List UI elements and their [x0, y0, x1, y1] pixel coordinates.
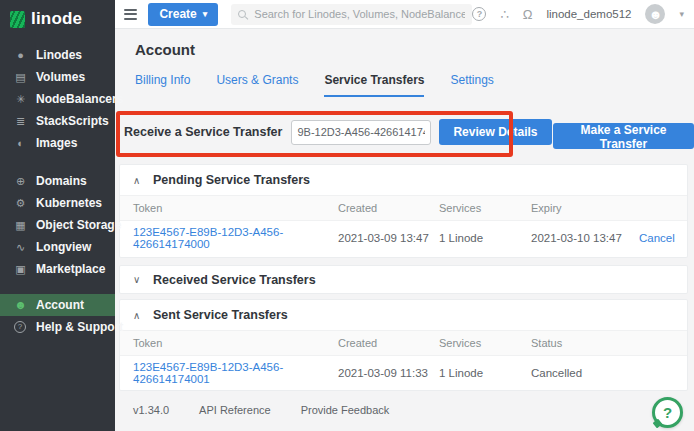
sidebar-item-label: StackScripts: [36, 114, 109, 128]
cancel-transfer-link[interactable]: Cancel: [639, 232, 675, 244]
received-transfers-title: Received Service Transfers: [153, 273, 316, 287]
sidebar-item-volumes[interactable]: ▤ Volumes: [0, 66, 115, 88]
footer: v1.34.0 API Reference Provide Feedback: [133, 404, 389, 416]
sidebar-item-linodes[interactable]: ● Linodes: [0, 44, 115, 66]
sidebar-item-help-support[interactable]: ? Help & Support: [0, 316, 115, 338]
community-icon[interactable]: ∴: [500, 8, 508, 21]
receive-transfer-row: Receive a Service Transfer Review Detail…: [124, 119, 575, 145]
column-header-created: Created: [338, 202, 439, 214]
sent-transfers-header[interactable]: ∧ Sent Service Transfers: [120, 300, 687, 330]
search-bar[interactable]: [231, 4, 472, 25]
sidebar-item-stackscripts[interactable]: ≣ StackScripts: [0, 110, 115, 132]
pending-transfers-header[interactable]: ∧ Pending Service Transfers: [120, 165, 687, 195]
search-input[interactable]: [254, 8, 465, 20]
avatar-person-icon: ☻: [649, 7, 663, 22]
user-menu-chevron-icon[interactable]: ▾: [679, 9, 684, 19]
tab-settings[interactable]: Settings: [450, 73, 493, 97]
received-transfers-header[interactable]: ∨ Received Service Transfers: [120, 266, 687, 293]
api-reference-link[interactable]: API Reference: [199, 404, 271, 416]
chat-question-icon: ?: [663, 404, 672, 421]
sidebar: linode ● Linodes ▤ Volumes ✳ NodeBalance…: [0, 0, 115, 431]
sent-services-cell: 1 Linode: [439, 367, 531, 379]
column-header-created: Created: [338, 337, 439, 349]
help-icon[interactable]: ?: [472, 7, 486, 21]
search-icon: [238, 10, 247, 19]
create-button[interactable]: Create ▾: [148, 3, 218, 26]
received-transfers-panel: ∨ Received Service Transfers: [120, 266, 687, 293]
sidebar-item-kubernetes[interactable]: ⚙ Kubernetes: [0, 192, 115, 214]
sent-table-row: 123E4567-E89B-12D3-A456-426614174001 202…: [120, 356, 687, 390]
user-avatar[interactable]: ☻: [645, 4, 665, 24]
pending-expiry-cell: 2021-03-10 13:47: [531, 232, 639, 244]
page-title: Account: [135, 41, 195, 58]
account-person-icon: ☻: [13, 298, 28, 312]
column-header-services: Services: [439, 337, 531, 349]
notifications-bell-icon[interactable]: Ω: [523, 8, 533, 21]
pending-services-cell: 1 Linode: [439, 232, 531, 244]
longview-icon: ∿: [13, 241, 28, 254]
column-header-expiry: Expiry: [531, 202, 639, 214]
pending-token-link[interactable]: 123E4567-E89B-12D3-A456-426614174000: [133, 226, 338, 250]
hamburger-menu-icon[interactable]: [124, 6, 137, 22]
sidebar-item-object-storage[interactable]: ▦ Object Storage: [0, 214, 115, 236]
sidebar-item-label: Kubernetes: [36, 196, 102, 210]
sidebar-item-label: Longview: [36, 240, 91, 254]
nav-divider: [0, 280, 115, 294]
topbar: Create ▾ ? ∴ Ω linode_demo512 ☻ ▾: [115, 0, 694, 29]
topbar-right-cluster: ? ∴ Ω linode_demo512 ☻ ▾: [472, 4, 684, 24]
linode-logo[interactable]: linode: [0, 0, 115, 38]
linode-logo-text: linode: [31, 9, 82, 29]
transfer-token-input[interactable]: [291, 120, 431, 145]
volumes-icon: ▤: [13, 71, 28, 84]
sent-token-link[interactable]: 123E4567-E89B-12D3-A456-426614174001: [133, 361, 338, 385]
help-circle-icon: ?: [14, 321, 26, 333]
sidebar-item-label: Linodes: [36, 48, 82, 62]
sidebar-nav: ● Linodes ▤ Volumes ✳ NodeBalancers ≣ St…: [0, 44, 115, 338]
account-tabs: Billing Info Users & Grants Service Tran…: [135, 73, 494, 97]
receive-transfer-label: Receive a Service Transfer: [124, 125, 282, 139]
tab-billing-info[interactable]: Billing Info: [135, 73, 190, 97]
sidebar-item-label: Marketplace: [36, 262, 105, 276]
sidebar-item-account[interactable]: ☻ Account: [0, 294, 115, 316]
create-button-label: Create: [159, 7, 196, 21]
sidebar-item-images[interactable]: ◐ Images: [0, 132, 115, 154]
pending-created-cell: 2021-03-09 13:47: [338, 232, 439, 244]
pending-table-row: 123E4567-E89B-12D3-A456-426614174000 202…: [120, 221, 687, 255]
domains-icon: ⊕: [13, 175, 28, 188]
sidebar-item-label: Volumes: [36, 70, 85, 84]
sidebar-item-label: Account: [36, 298, 84, 312]
help-chat-bubble[interactable]: ?: [652, 397, 683, 428]
sent-status-cell: Cancelled: [531, 367, 674, 379]
tab-users-grants[interactable]: Users & Grants: [216, 73, 298, 97]
sent-created-cell: 2021-03-09 11:33: [338, 367, 439, 379]
version-label: v1.34.0: [133, 404, 169, 416]
sent-transfers-panel: ∧ Sent Service Transfers Token Created S…: [120, 300, 687, 390]
main-content: Account Billing Info Users & Grants Serv…: [115, 29, 694, 431]
object-storage-icon: ▦: [13, 219, 28, 232]
column-header-services: Services: [439, 202, 531, 214]
pending-transfers-panel: ∧ Pending Service Transfers Token Create…: [120, 165, 687, 257]
chevron-up-icon: ∧: [133, 175, 153, 186]
make-service-transfer-button[interactable]: Make a Service Transfer: [553, 123, 694, 149]
sidebar-item-marketplace[interactable]: ▣ Marketplace: [0, 258, 115, 280]
column-header-token: Token: [133, 202, 338, 214]
marketplace-icon: ▣: [13, 263, 28, 276]
pending-table-header: Token Created Services Expiry: [120, 195, 687, 221]
kubernetes-icon: ⚙: [13, 197, 28, 210]
sidebar-item-longview[interactable]: ∿ Longview: [0, 236, 115, 258]
username-label[interactable]: linode_demo512: [546, 8, 631, 20]
sidebar-item-domains[interactable]: ⊕ Domains: [0, 170, 115, 192]
sidebar-item-nodebalancers[interactable]: ✳ NodeBalancers: [0, 88, 115, 110]
stackscripts-icon: ≣: [13, 115, 28, 128]
linode-logo-icon: [10, 11, 25, 28]
linodes-icon: ●: [13, 49, 28, 61]
sidebar-item-label: Images: [36, 136, 77, 150]
sent-table-header: Token Created Services Status: [120, 330, 687, 356]
provide-feedback-link[interactable]: Provide Feedback: [301, 404, 390, 416]
review-details-button[interactable]: Review Details: [439, 119, 551, 145]
sidebar-item-label: Help & Support: [36, 320, 123, 334]
sidebar-item-label: Domains: [36, 174, 87, 188]
sidebar-item-label: Object Storage: [36, 218, 121, 232]
tab-service-transfers[interactable]: Service Transfers: [324, 73, 424, 97]
images-icon: ◐: [13, 137, 28, 149]
